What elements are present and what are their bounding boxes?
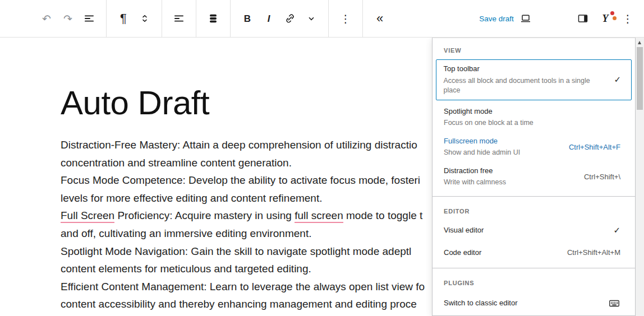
block-options-button[interactable]: ⋮ [335,8,356,29]
document-overview-button[interactable] [79,8,100,29]
collapse-block-tools-button[interactable]: « [369,8,390,29]
menu-divider [433,196,635,197]
redo-button[interactable]: ↷ [57,8,79,29]
text-segment: Spotlight Mode Navigation: Gain the skil… [61,245,411,257]
save-draft-button[interactable]: Save draft [479,15,514,23]
editor-top-toolbar: + ↶ ↷ ¶ B I ⋮ « Save draft Publish Y [0,0,644,38]
toolbar-separator [106,0,107,37]
link-icon [283,12,297,25]
text-segment: concentration and streamline content gen… [61,157,292,169]
text-segment: levels for more effective editing and co… [61,192,322,204]
text-segment: Efficient Content Management: Learn to l… [61,281,425,292]
menu-item-switch-to-classic-editor[interactable]: Switch to classic editor [433,291,635,315]
menu-item-label: Top toolbarAccess all block and document… [444,64,609,96]
toolbar-separator [362,0,363,37]
check-icon: ✓ [614,75,621,85]
menu-item-description: Access all block and document tools in a… [444,76,609,96]
text-align-button[interactable] [168,8,190,29]
toolbar-separator [328,0,329,37]
menu-item-description: Focus on one block at a time [444,118,620,128]
keyboard-icon [608,297,620,309]
menu-section-header-view: View [433,40,635,58]
menu-item-title: Spotlight mode [444,106,620,117]
keyboard-shortcut: Ctrl+Shift+\ [584,173,620,181]
text-segment: content elements for meticulous and targ… [61,263,311,275]
stack-icon [206,12,220,25]
menu-item-description: Write with calmness [444,178,578,188]
menu-item-label: Fullscreen modeShow and hide admin UI [444,136,563,158]
options-menu-content: ViewTop toolbarAccess all block and docu… [433,40,635,315]
undo-button[interactable]: ↶ [36,8,57,29]
menu-item-distraction-free[interactable]: Distraction freeWrite with calmnessCtrl+… [433,162,635,192]
vertical-scrollbar[interactable] [636,38,644,316]
preview-button[interactable] [515,8,536,29]
italic-button[interactable]: I [258,8,279,29]
text-segment: Distraction-Free Mastery: Attain a deep … [61,139,417,151]
more-formatting-button[interactable] [301,8,322,29]
settings-sidebar-button[interactable] [572,8,594,29]
menu-item-title: Visual editor [444,225,608,235]
stack-button[interactable] [203,8,224,29]
paragraph-block-button[interactable]: ¶ [113,8,134,29]
toolbar-separator [162,0,162,37]
toolbar-separator [230,0,231,37]
align-left-icon [172,12,186,25]
text-segment: content accessibility and thereby enhanc… [61,298,417,310]
scrollbar-up-arrow[interactable] [638,41,641,44]
scrollbar-thumb[interactable] [637,47,643,110]
misspelled-text: full screen [295,210,343,223]
yoast-icon: Y [602,13,609,24]
menu-item-code-editor[interactable]: Code editorCtrl+Shift+Alt+M [433,241,635,264]
menu-section-header-plugins: Plugins [433,273,635,291]
text-segment: and off, cultivating an immersive editin… [61,227,311,239]
menu-item-title: Top toolbar [444,64,609,74]
menu-item-visual-editor[interactable]: Visual editor✓ [433,219,635,241]
menu-item-label: Switch to classic editor [444,298,602,308]
notification-dot-red [610,11,614,15]
keyboard-shortcut: Ctrl+Shift+Alt+F [569,143,620,151]
text-segment: mode to toggle t [343,210,423,221]
menu-item-label: Code editor [444,248,562,258]
menu-item-label: Visual editor [444,225,608,235]
text-segment: Proficiency: Acquire mastery in using [114,210,295,221]
menu-item-fullscreen-mode[interactable]: Fullscreen modeShow and hide admin UICtr… [433,132,635,162]
list-view-icon [82,12,96,25]
desktop-preview-icon [519,12,532,25]
chevron-down-icon [305,12,318,25]
toolbar-right-group: Save draft Publish Y ⋮ [479,8,638,29]
publish-button[interactable]: Publish [542,8,567,29]
menu-divider [433,268,635,268]
keyboard-shortcut: Ctrl+Shift+Alt+M [567,248,620,257]
text-segment: Focus Mode Competence: Develop the abili… [61,174,420,186]
link-button[interactable] [279,8,301,29]
yoast-seo-button[interactable]: Y [595,8,616,29]
menu-item-label: Spotlight modeFocus on one block at a ti… [444,106,620,128]
menu-item-spotlight-mode[interactable]: Spotlight modeFocus on one block at a ti… [433,103,635,132]
options-menu-button[interactable]: ⋮ [617,8,638,29]
menu-item-label: Distraction freeWrite with calmness [444,166,578,188]
block-mover-button[interactable] [134,8,155,29]
options-menu: ViewTop toolbarAccess all block and docu… [432,38,636,316]
menu-item-title: Switch to classic editor [444,298,602,308]
block-inserter-button[interactable]: + [8,8,29,29]
menu-section-header-editor: Editor [433,201,635,219]
notification-dot-orange [613,16,617,20]
menu-item-title: Distraction free [444,166,578,176]
check-icon: ✓ [613,225,620,235]
menu-item-top-toolbar[interactable]: Top toolbarAccess all block and document… [436,59,632,100]
misspelled-text: Full Screen [61,210,114,223]
bold-button[interactable]: B [237,8,258,29]
menu-item-title: Code editor [444,248,562,258]
menu-item-title: Fullscreen mode [444,136,563,146]
move-up-down-icon [138,12,151,25]
toolbar-separator [196,0,196,37]
sidebar-panel-icon [576,12,590,25]
menu-item-description: Show and hide admin UI [444,148,563,158]
